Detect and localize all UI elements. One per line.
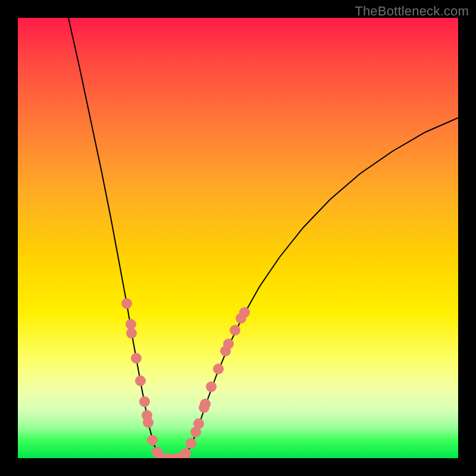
- data-marker: [239, 307, 250, 318]
- data-marker: [206, 381, 217, 392]
- bottleneck-curve-svg: [18, 18, 458, 458]
- curve-path: [68, 18, 458, 458]
- data-marker: [121, 298, 132, 309]
- data-marker: [143, 417, 154, 428]
- data-marker: [200, 399, 211, 409]
- data-marker: [193, 418, 204, 429]
- watermark-text: TheBottleneck.com: [355, 4, 469, 19]
- data-marker: [223, 339, 234, 349]
- data-marker: [131, 353, 142, 364]
- chart-plot-area: [18, 18, 458, 458]
- data-marker: [230, 325, 240, 336]
- data-marker: [135, 375, 146, 386]
- markers-group: [121, 298, 250, 458]
- data-marker: [213, 364, 224, 374]
- data-marker: [147, 435, 158, 446]
- data-marker: [126, 328, 137, 339]
- data-marker: [139, 396, 150, 407]
- data-marker: [186, 438, 196, 449]
